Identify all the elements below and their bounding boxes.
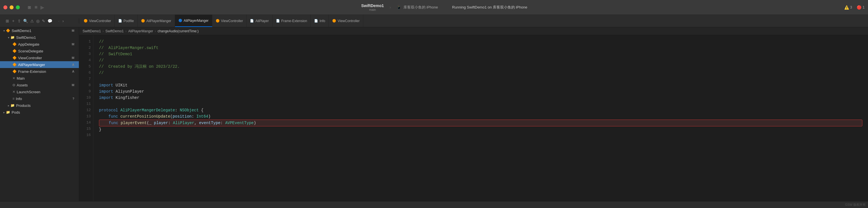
share-icon[interactable]: ⇧ — [18, 19, 21, 23]
tab-icon-info: 📄 — [314, 19, 318, 23]
code-line-15[interactable]: } — [99, 126, 862, 133]
device-label: 库客双小鱼的 iPhone — [403, 5, 438, 10]
tab-aliplayermanger2[interactable]: 🔵AliPlayerManger — [175, 15, 212, 27]
main-content: ▾🔶SwiftDemo1M▾📁SwiftDemo1🔶AppDelegateM🔶S… — [0, 27, 868, 201]
breadcrumb-item-1[interactable]: SwiftDemo1 — [105, 29, 124, 33]
code-line-5[interactable]: // Created by 冯汉桐 on 2023/2/22. — [99, 63, 862, 70]
sidebar-badge-frame-extension: A — [72, 70, 76, 73]
warning-badge: ⚠️ 3 — [844, 5, 852, 10]
error-count: 1 — [863, 5, 865, 9]
tab-label-frame-extension: Frame-Extension — [281, 19, 307, 23]
code-line-4[interactable]: // — [99, 57, 862, 63]
grid-icon[interactable]: ⊞ — [6, 19, 9, 23]
sidebar-item-frame-extension[interactable]: 🔶Frame-ExtensionA — [0, 68, 79, 75]
tab-viewcontroller1[interactable]: 🟠ViewController — [80, 15, 115, 27]
code-lines[interactable]: //// AliPlayerManger.swift// SwiftDemo1/… — [93, 35, 868, 201]
sidebar-item-pods[interactable]: ▸📁Pods — [0, 109, 79, 115]
diff-icon[interactable]: ◎ — [36, 19, 39, 23]
sidebar-item-aliplayermanger[interactable]: 🔶AliPlayerMangerA — [0, 61, 79, 68]
error-icon: 🔴 — [857, 5, 862, 10]
tab-viewcontroller3[interactable]: 🟠ViewController — [329, 15, 363, 27]
error-badge: 🔴 1 — [857, 5, 865, 10]
sidebar-item-products[interactable]: ▸📁Products — [0, 102, 79, 109]
code-line-3[interactable]: // SwiftDemo1 — [99, 51, 862, 57]
sidebar-item-assets[interactable]: ⊙AssetsM — [0, 82, 79, 88]
comment-icon[interactable]: 💬 — [48, 19, 52, 23]
tab-podfile[interactable]: 📄Podfile — [115, 15, 138, 27]
code-line-13[interactable]: func currentPositionUpdate(position: Int… — [99, 113, 862, 120]
code-line-16[interactable] — [99, 133, 862, 139]
sidebar-label-viewcontroller: ViewController — [18, 56, 42, 60]
add-icon[interactable]: ＋ — [11, 19, 15, 24]
tab-label-aliplayermanger1: AliPlayerManger — [147, 19, 171, 23]
code-line-7[interactable] — [99, 76, 862, 82]
tab-info[interactable]: 📄Info — [311, 15, 329, 27]
sidebar-item-main[interactable]: ✕Main — [0, 75, 79, 82]
sidebar-item-launchscreen[interactable]: ✕LaunchScreen — [0, 88, 79, 95]
breadcrumb-item-0[interactable]: SwiftDemo1 — [83, 29, 101, 33]
breadcrumb-item-2[interactable]: AliPlayerManger — [128, 29, 153, 33]
warning-count: 3 — [850, 5, 852, 9]
title-bar-right: ⚠️ 3 🔴 1 — [844, 5, 865, 10]
run-status: Running SwiftDemo1 on 库客双小鱼的 iPhone — [452, 5, 527, 10]
nav-arrows: ‹ › — [57, 19, 64, 23]
sidebar-toggle-icon[interactable]: ⊞ — [28, 5, 31, 10]
code-line-6[interactable]: // — [99, 70, 862, 76]
line-num-3: 3 — [83, 51, 91, 57]
code-line-8[interactable]: import UIKit — [99, 82, 862, 88]
sidebar-file-icon-scenedelegate: 🔶 — [12, 49, 17, 53]
warning-toolbar-icon[interactable]: ⚠ — [30, 19, 34, 23]
code-content[interactable]: 12345678910111213141516 //// AliPlayerMa… — [79, 35, 868, 201]
sidebar-label-aliplayermanger: AliPlayerManger — [18, 62, 45, 67]
close-button[interactable] — [3, 5, 7, 9]
sidebar-item-appdelegate[interactable]: 🔶AppDelegateM — [0, 41, 79, 48]
nav-forward-icon[interactable]: › — [62, 19, 65, 23]
code-line-9[interactable]: import AliyunPlayer — [99, 88, 862, 95]
line-num-9: 9 — [83, 88, 91, 95]
code-line-2[interactable]: // AliPlayerManger.swift — [99, 45, 862, 51]
sidebar-item-viewcontroller[interactable]: 🔶ViewControllerM — [0, 54, 79, 61]
watermark: GSW 版权所有 — [845, 203, 866, 207]
sidebar-item-info[interactable]: ≡Info? — [0, 95, 79, 102]
nav-back-icon[interactable]: ‹ — [57, 19, 61, 23]
sidebar-item-swiftdemo1-folder[interactable]: ▾📁SwiftDemo1 — [0, 34, 79, 41]
sidebar-label-scenedelegate: SceneDelegate — [18, 49, 43, 53]
sidebar-file-icon-viewcontroller: 🔶 — [12, 56, 17, 60]
fullscreen-button[interactable] — [16, 5, 20, 9]
panel-icons: ⊞ ＋ ⇧ 🔍 ⚠ ◎ ✎ 💬 — [3, 19, 55, 24]
tab-frame-extension[interactable]: 📄Frame-Extension — [273, 15, 311, 27]
line-num-14: 14 — [83, 120, 91, 126]
tab-label-info: Info — [319, 19, 325, 23]
code-line-1[interactable]: // — [99, 38, 862, 45]
sidebar-badge-aliplayermanger: A — [72, 63, 76, 66]
title-bar-center: SwiftDemo1 main › 📱 库客双小鱼的 iPhone Runnin… — [44, 3, 844, 11]
sidebar-label-main: Main — [17, 76, 25, 80]
search-icon[interactable]: 🔍 — [23, 19, 28, 23]
toolbar-left: ⊞ ＋ ⇧ 🔍 ⚠ ◎ ✎ 💬 ‹ › — [0, 19, 79, 24]
stop-button[interactable]: ■ — [34, 4, 38, 10]
line-num-8: 8 — [83, 82, 91, 88]
code-line-11[interactable] — [99, 101, 862, 107]
tab-aliplayer[interactable]: 📄AliPlayer — [247, 15, 272, 27]
pencil-icon[interactable]: ✎ — [42, 19, 45, 23]
project-name: SwiftDemo1 — [361, 3, 384, 8]
run-button[interactable]: ▶ — [40, 4, 44, 10]
tab-aliplayermanger1[interactable]: 🟠AliPlayerManger — [138, 15, 175, 27]
code-line-12[interactable]: protocol AliPlayerMangerDelegate: NSObje… — [99, 107, 862, 113]
code-line-10[interactable]: import Kingfisher — [99, 95, 862, 101]
traffic-lights — [3, 5, 20, 9]
sidebar: ▾🔶SwiftDemo1M▾📁SwiftDemo1🔶AppDelegateM🔶S… — [0, 27, 79, 201]
code-line-14[interactable]: func playerEvent(_ player: AliPlayer, ev… — [99, 120, 862, 126]
tab-viewcontroller2[interactable]: 🟠ViewController — [212, 15, 247, 27]
sidebar-item-swiftdemo1-root[interactable]: ▾🔶SwiftDemo1M — [0, 27, 79, 34]
breadcrumb-sep-0: › — [103, 29, 104, 33]
line-num-7: 7 — [83, 76, 91, 82]
line-num-2: 2 — [83, 45, 91, 51]
tab-icon-viewcontroller3: 🟠 — [332, 19, 336, 23]
tab-icon-podfile: 📄 — [118, 19, 122, 23]
line-num-11: 11 — [83, 101, 91, 107]
tab-label-aliplayer: AliPlayer — [255, 19, 269, 23]
tab-icon-aliplayer: 📄 — [250, 19, 254, 23]
minimize-button[interactable] — [10, 5, 13, 9]
sidebar-item-scenedelegate[interactable]: 🔶SceneDelegate — [0, 48, 79, 54]
